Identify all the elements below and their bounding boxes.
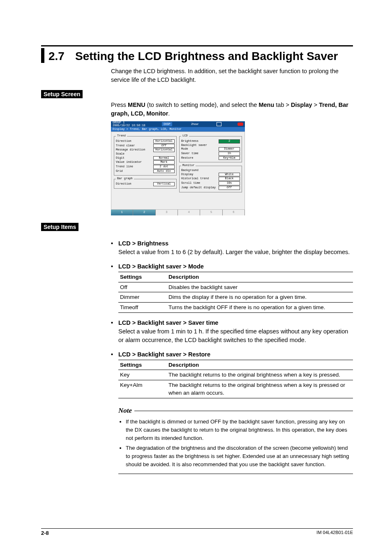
trend-fieldset: Trend DirectionHorizontalTrend clearOffM… [114, 134, 177, 176]
embedded-device-screenshot: GROUP 12005/10/22 16:58:18 DISP 2hour Di… [111, 121, 245, 215]
setting-row: DigitNormal [116, 156, 175, 160]
setting-value[interactable]: Horizontal [153, 139, 175, 143]
setting-row: DisplayWhite [181, 173, 240, 177]
setting-value[interactable]: Off [219, 186, 240, 190]
function-key[interactable]: 2 [133, 210, 155, 215]
item-mode-title: LCD > Backlight saver > Mode [118, 262, 353, 271]
note-item: The degradation of the brightness and th… [126, 444, 353, 469]
page-number: 2-8 [41, 530, 49, 536]
function-key[interactable]: 6 [223, 210, 245, 215]
table-row: Key+AlmThe backlight returns to the orig… [118, 380, 353, 398]
setting-row: Trend line2 dot [116, 165, 175, 169]
monitor-fieldset: Monitor Background DisplayWhite Historic… [179, 164, 242, 192]
function-key[interactable]: 1 [111, 210, 133, 215]
function-key[interactable]: 4 [178, 210, 200, 215]
item-brightness-body: Select a value from 1 to 6 (2 by default… [118, 248, 353, 257]
item-brightness-title: LCD > Brightness [118, 239, 353, 248]
section-title-bar: 2.7 Setting the LCD Brightness and Backl… [41, 48, 353, 63]
setting-value[interactable]: Key+Alm [219, 156, 240, 160]
section-number: 2.7 [48, 48, 75, 63]
setting-value[interactable]: Normal [153, 156, 175, 160]
setting-row: GridAuto div [116, 169, 175, 173]
setting-value[interactable]: 10s [219, 181, 240, 185]
table-row: OffDisables the backlight saver [118, 282, 353, 292]
function-keys: 123456 [111, 210, 245, 215]
section-title: Setting the LCD Brightness and Backlight… [75, 48, 338, 63]
setting-row: Backlight saver [181, 144, 240, 147]
setting-row: Scroll time10s [181, 181, 240, 185]
disp-chip: DISP [162, 122, 172, 126]
setting-row: DirectionHorizontal [116, 139, 175, 143]
setting-value[interactable]: Black [219, 177, 240, 181]
setting-value[interactable]: 2 [219, 139, 240, 143]
setting-value[interactable]: 2 dot [153, 165, 175, 169]
setting-value[interactable]: Dimmer [219, 147, 240, 151]
setting-row: Saver time1h [181, 152, 240, 156]
note-body: If the backlight is dimmed or turned OFF… [118, 418, 353, 474]
intro-paragraph: Change the LCD brightness. In addition, … [111, 67, 353, 84]
bargraph-fieldset: Bar graph DirectionVertical [114, 177, 177, 188]
document-id: IM 04L42B01-01E [316, 530, 353, 536]
record-icon [238, 123, 243, 126]
note-item: If the backlight is dimmed or turned OFF… [126, 418, 353, 442]
setup-screen-heading: Setup Screen [41, 90, 83, 98]
setting-row: Background [181, 169, 240, 172]
hour-chip: 2hour [189, 122, 200, 126]
item-restore-title: LCD > Backlight saver > Restore [118, 350, 353, 359]
setting-value[interactable]: Vertical [153, 182, 175, 186]
function-key[interactable]: 5 [200, 210, 222, 215]
setting-value[interactable]: Off [153, 144, 175, 148]
item-savertime-body: Select a value from 1 min to 1 h. If the… [118, 327, 353, 345]
setting-row: Historical trendBlack [181, 177, 240, 181]
setting-value[interactable]: White [219, 173, 240, 177]
function-key[interactable]: 3 [156, 210, 178, 215]
breadcrumb-path: Display > Trend, Bar graph, LCD, Monitor [111, 127, 245, 132]
setting-row: RestoreKey+Alm [181, 156, 240, 160]
table-row: KeyThe backlight returns to the original… [118, 370, 353, 380]
lcd-fieldset: LCD Brightness2Backlight saver ModeDimme… [179, 134, 242, 162]
note-heading: Note [118, 406, 132, 416]
setting-row: Trend clearOff [116, 144, 175, 148]
mode-table: Settings Description OffDisables the bac… [118, 272, 353, 312]
item-savertime-title: LCD > Backlight saver > Saver time [118, 319, 353, 327]
setting-value[interactable]: Mark [153, 160, 175, 164]
restore-table: Settings Description KeyThe backlight re… [118, 360, 353, 398]
setting-row: ModeDimmer [181, 147, 240, 151]
setting-value[interactable]: Horizontal [153, 148, 175, 152]
setting-row: Brightness2 [181, 139, 240, 143]
table-row: TimeoffTurns the backlight OFF if there … [118, 302, 353, 312]
setup-items-heading: Setup Items [41, 223, 78, 231]
table-row: DimmerDims the display if there is no op… [118, 292, 353, 303]
setting-row: Value indicatorMark [116, 160, 175, 164]
setting-row: Message directionHorizontal [116, 148, 175, 152]
setting-value[interactable]: 1h [219, 152, 240, 156]
setting-value[interactable]: Auto div [153, 169, 175, 173]
page-footer: 2-8 IM 04L42B01-01E [41, 528, 353, 536]
setting-row: Jump default displayOff [181, 186, 240, 190]
setting-row: DirectionVertical [116, 182, 175, 186]
setting-row: Scale [116, 153, 175, 156]
camera-icon [217, 122, 221, 126]
setup-screen-instruction: Press MENU (to switch to setting mode), … [111, 101, 353, 118]
